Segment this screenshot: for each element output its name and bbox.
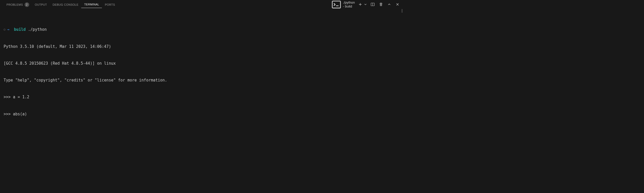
prompt-arrow: → [7, 27, 9, 32]
command-text: ./python [28, 27, 47, 32]
panel-tabs: PROBLEMS 2 OUTPUT DEBUG CONSOLE TERMINAL… [4, 0, 331, 9]
launch-profile-button[interactable] [364, 2, 367, 7]
trash-icon [379, 2, 383, 6]
terminal-name-selector[interactable]: ./python - build [331, 0, 355, 10]
close-panel-button[interactable] [395, 2, 400, 7]
close-icon [395, 2, 400, 6]
maximize-panel-button[interactable] [386, 2, 392, 7]
status-dot-icon [4, 29, 5, 31]
scrollbar-thumb[interactable] [402, 9, 402, 13]
tab-debug-console[interactable]: DEBUG CONSOLE [50, 1, 81, 8]
panel-toolbar: ./python - build [331, 0, 400, 10]
split-horizontal-icon [371, 2, 375, 6]
tab-problems[interactable]: PROBLEMS 2 [4, 0, 32, 9]
problems-badge: 2 [25, 2, 29, 7]
prompt-cwd: build [14, 27, 26, 32]
output-line: >>> a = 1.2 [4, 94, 399, 100]
tab-terminal[interactable]: TERMINAL [81, 1, 102, 8]
tab-label: OUTPUT [35, 3, 47, 6]
new-terminal-button[interactable] [357, 2, 363, 7]
output-line: >>> abs(a) [4, 112, 399, 117]
tab-label: PROBLEMS [6, 3, 23, 6]
terminal-output[interactable]: → build ./python Python 3.5.10 (default,… [0, 9, 402, 121]
terminal-icon [331, 0, 341, 10]
svg-rect-0 [332, 1, 340, 8]
prompt-line: → build ./python [4, 27, 399, 33]
tab-ports[interactable]: PORTS [102, 1, 118, 8]
panel-header: PROBLEMS 2 OUTPUT DEBUG CONSOLE TERMINAL… [0, 0, 402, 9]
output-line: [GCC 4.8.5 20150623 (Red Hat 4.8.5-44)] … [4, 61, 399, 66]
chevron-up-icon [387, 2, 391, 6]
kill-terminal-button[interactable] [378, 2, 384, 7]
terminal-name: ./python - build [343, 1, 355, 8]
tab-label: TERMINAL [84, 3, 99, 6]
output-line: Python 3.5.10 (default, Mar 11 2023, 14:… [4, 44, 399, 50]
chevron-down-icon [364, 2, 367, 6]
tab-output[interactable]: OUTPUT [32, 1, 50, 8]
output-line: Type "help", "copyright", "credits" or "… [4, 78, 399, 83]
tab-label: PORTS [105, 3, 115, 6]
split-terminal-button[interactable] [370, 2, 376, 7]
plus-icon [358, 2, 362, 6]
tab-label: DEBUG CONSOLE [53, 3, 79, 6]
